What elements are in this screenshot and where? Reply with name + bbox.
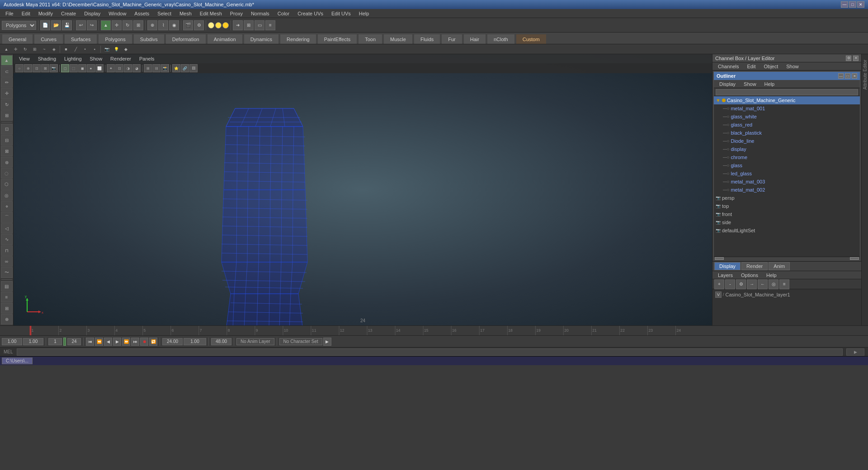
mode-select[interactable]: Polygons	[2, 21, 36, 30]
vp-renderer-menu[interactable]: Renderer	[107, 55, 135, 62]
minimize-button[interactable]: —	[841, 1, 848, 8]
split-poly-tool[interactable]: ⊠	[1, 146, 13, 156]
new-layer-button[interactable]: +	[714, 279, 724, 289]
options-menu[interactable]: Options	[737, 272, 762, 279]
q-select-button[interactable]: ▲	[2, 45, 11, 53]
outliner-item-diode-line[interactable]: —○ Diode_line	[714, 137, 860, 145]
move-tool-button[interactable]: ✛	[112, 20, 122, 30]
snap-grid-button[interactable]: ⊕	[147, 20, 157, 30]
tab-muscle[interactable]: Muscle	[383, 34, 413, 44]
q-face-button[interactable]: ▪	[90, 45, 99, 53]
menu-edit-mesh[interactable]: Edit Mesh	[196, 10, 226, 17]
layer-settings-button[interactable]: ⚙	[736, 279, 746, 289]
rotate-tool-left[interactable]: ↻	[1, 99, 13, 110]
vp-lighting-menu[interactable]: Lighting	[61, 55, 85, 62]
hypergraph-button[interactable]: ⊕	[1, 314, 13, 324]
vp-hud-button[interactable]: ⊞	[144, 64, 152, 72]
tab-dynamics[interactable]: Dynamics	[244, 34, 279, 44]
lasso-tool[interactable]: ⊂	[1, 66, 13, 76]
q-move-button[interactable]: ✛	[11, 45, 20, 53]
outliner-show-menu[interactable]: Show	[740, 80, 760, 88]
vp-show-menu[interactable]: Show	[86, 55, 106, 62]
outliner-hscroll-right[interactable]	[850, 257, 859, 260]
vp-smooth-wire-button[interactable]: ⬚	[70, 64, 78, 72]
outliner-item-default-light-set[interactable]: 📷 defaultLightSet	[714, 226, 860, 235]
tab-toon[interactable]: Toon	[358, 34, 382, 44]
vp-tex-button[interactable]: ⊡	[115, 64, 123, 72]
delete-layer-button[interactable]: -	[725, 279, 735, 289]
tab-fur[interactable]: Fur	[441, 34, 462, 44]
vp-snap-button[interactable]: 🔗	[181, 64, 189, 72]
light-color-2[interactable]	[215, 22, 222, 28]
q-mat-button[interactable]: ◆	[121, 45, 130, 53]
show-attrs-button[interactable]: ≡	[1, 292, 13, 302]
menu-normals[interactable]: Normals	[247, 10, 273, 17]
play-forward-button[interactable]: ▶	[113, 338, 121, 346]
close-button[interactable]: ✕	[857, 1, 864, 8]
step-forward-button[interactable]: ⏩	[122, 338, 130, 346]
tab-subdivs[interactable]: Subdivs	[133, 34, 165, 44]
playback-end-input[interactable]	[67, 338, 81, 345]
vp-grid-button[interactable]: ⊟	[152, 64, 160, 72]
outliner-item-metal-mat-003[interactable]: —○ metal_mat_003	[714, 178, 860, 186]
channel-box-gear-button[interactable]: ⚙	[846, 56, 851, 61]
cb-show-menu[interactable]: Show	[783, 63, 802, 70]
outliner-item-persp[interactable]: 📷 persp	[714, 194, 860, 202]
light-color-1[interactable]	[208, 22, 214, 28]
squash-tool[interactable]: ⊓	[1, 245, 13, 256]
menu-proxy[interactable]: Proxy	[226, 10, 246, 17]
outliner-min-button[interactable]: —	[838, 73, 844, 79]
outliner-item-front[interactable]: 📷 front	[714, 210, 860, 218]
outliner-item-metal-mat-002[interactable]: —○ metal_mat_002	[714, 186, 860, 194]
tab-hair[interactable]: Hair	[463, 34, 486, 44]
vp-bookmark-button[interactable]: ⭐	[172, 64, 180, 72]
maximize-button[interactable]: □	[849, 1, 856, 8]
layer-help-menu[interactable]: Help	[763, 272, 780, 279]
cluster-tool[interactable]: ◎	[1, 190, 13, 201]
character-set-arrow-button[interactable]: ▶	[323, 338, 331, 346]
cb-object-menu[interactable]: Object	[760, 63, 782, 70]
rotate-tool-button[interactable]: ↻	[123, 20, 132, 30]
menu-window[interactable]: Window	[105, 10, 130, 17]
loop-button[interactable]: 🔁	[149, 338, 157, 346]
anim-current-frame[interactable]	[184, 338, 206, 345]
outliner-display-menu[interactable]: Display	[716, 80, 739, 88]
outliner-item-top[interactable]: 📷 top	[714, 202, 860, 210]
q-light-button[interactable]: 💡	[112, 45, 121, 53]
light-color-3[interactable]	[222, 22, 229, 28]
show-layers-button[interactable]: ▤	[1, 281, 13, 291]
vp-img-plane-button[interactable]: 🖼	[189, 64, 198, 72]
vp-ao-button[interactable]: ◕	[132, 64, 141, 72]
paint-skin-tool[interactable]: ⬡	[1, 179, 13, 189]
scale-tool-button[interactable]: ⊞	[133, 20, 143, 30]
extrude-tool[interactable]: ⊡	[1, 124, 13, 134]
open-button[interactable]: 📂	[51, 20, 61, 30]
tab-ncloth[interactable]: nCloth	[487, 34, 515, 44]
q-camera-button[interactable]: 📷	[102, 45, 111, 53]
q-poly-select-button[interactable]: ■	[61, 45, 71, 53]
channel-box-close-button[interactable]: ✕	[853, 56, 859, 61]
vp-cam-settings-button[interactable]: 📷	[50, 64, 58, 72]
tab-deformation[interactable]: Deformation	[165, 34, 206, 44]
record-button[interactable]: ⏺	[140, 338, 148, 346]
offset-tool[interactable]: ⊛	[1, 157, 13, 167]
vp-xray-button[interactable]: ✦	[107, 64, 115, 72]
insert-loop-tool[interactable]: ⊟	[1, 135, 13, 146]
tab-curves[interactable]: Curves	[34, 34, 63, 44]
menu-create-uvs[interactable]: Create UVs	[294, 10, 327, 17]
current-frame-input[interactable]	[2, 338, 22, 345]
redo-button[interactable]: ↪	[87, 20, 97, 30]
tab-custom[interactable]: Custom	[516, 34, 547, 44]
outliner-item-glass[interactable]: —○ glass	[714, 161, 860, 169]
outliner-max-button[interactable]: □	[845, 73, 850, 79]
menu-edit-uvs[interactable]: Edit UVs	[328, 10, 354, 17]
snap-point-button[interactable]: ◉	[169, 20, 179, 30]
timeline[interactable]: 1 2 3 4 5 6 7 8 9 10 11 12 13 14 15 16 1…	[0, 325, 868, 335]
outliner-close-button[interactable]: ✕	[852, 73, 857, 79]
layer-tab-display[interactable]: Display	[714, 262, 741, 270]
menu-select[interactable]: Select	[154, 10, 175, 17]
cb-edit-menu[interactable]: Edit	[743, 63, 759, 70]
tab-painteffects[interactable]: PaintEffects	[317, 34, 358, 44]
menu-modify[interactable]: Modify	[35, 10, 57, 17]
q-edge-button[interactable]: ╱	[71, 45, 80, 53]
